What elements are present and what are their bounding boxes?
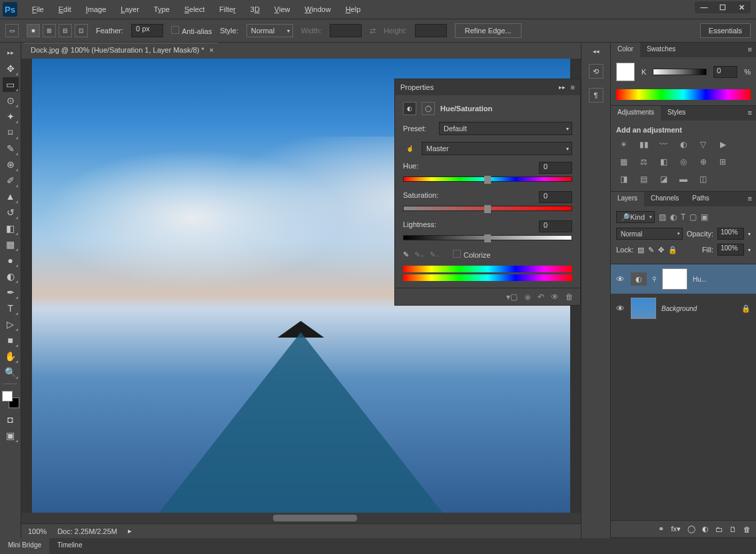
minimize-button[interactable]: —	[695, 1, 713, 13]
vibrance-icon[interactable]: ▽	[695, 138, 711, 151]
lasso-tool[interactable]: ⊙	[3, 93, 19, 108]
tab-layers[interactable]: Layers	[611, 192, 644, 206]
fill-menu-icon[interactable]: ▾	[748, 247, 751, 253]
doc-info-menu-icon[interactable]: ▸	[128, 527, 132, 535]
curves-icon[interactable]: 〰	[655, 138, 671, 151]
hue-sat-icon[interactable]: ▦	[616, 155, 632, 168]
lock-pixels-icon[interactable]: ✎	[648, 246, 654, 254]
posterize-icon[interactable]: ▤	[636, 172, 652, 186]
move-tool[interactable]: ✥	[3, 61, 19, 76]
fill-input[interactable]: 100%	[717, 244, 744, 256]
menu-view[interactable]: View	[268, 3, 297, 16]
tab-paths[interactable]: Paths	[685, 192, 716, 206]
pen-tool[interactable]: ✒	[3, 285, 19, 300]
gradient-tool[interactable]: ▦	[3, 237, 19, 252]
tab-channels[interactable]: Channels	[644, 192, 685, 206]
color-swatch[interactable]	[616, 63, 635, 81]
lock-transparent-icon[interactable]: ▨	[637, 246, 644, 254]
menu-image[interactable]: Image	[79, 3, 113, 16]
channel-mixer-icon[interactable]: ⊕	[695, 155, 711, 168]
marquee-tool-preset-icon[interactable]: ▭	[5, 24, 19, 37]
lock-position-icon[interactable]: ✥	[658, 246, 664, 254]
shape-tool[interactable]: ■	[3, 333, 19, 348]
history-dock-icon[interactable]: ⟲	[589, 64, 603, 79]
clone-stamp-tool[interactable]: ▲	[3, 189, 19, 204]
k-input[interactable]: 0	[713, 66, 737, 78]
canvas-area[interactable]: Properties ▸▸ ≡ ◐ ◯ Hue/Saturation Prese…	[21, 59, 581, 513]
new-layer-icon[interactable]: 🗋	[729, 525, 737, 533]
tab-adjustments[interactable]: Adjustments	[611, 106, 661, 121]
add-mask-icon[interactable]: ◯	[687, 525, 695, 533]
filter-smart-icon[interactable]: ▣	[701, 210, 708, 224]
workspace-preset-button[interactable]: Essentials	[700, 23, 751, 38]
type-tool[interactable]: T	[3, 301, 19, 316]
menu-3d[interactable]: 3D	[244, 3, 266, 16]
close-tab-icon[interactable]: ×	[209, 46, 213, 54]
link-layers-icon[interactable]: ⚭	[658, 525, 664, 533]
menu-layer[interactable]: Layer	[114, 3, 146, 16]
menu-select[interactable]: Select	[178, 3, 212, 16]
delete-icon[interactable]: 🗑	[566, 292, 573, 302]
opacity-input[interactable]: 100%	[717, 228, 744, 240]
delete-layer-icon[interactable]: 🗑	[743, 525, 751, 533]
visibility-icon[interactable]: 👁	[551, 292, 559, 302]
invert-icon[interactable]: ◨	[616, 172, 632, 186]
tab-color[interactable]: Color	[611, 43, 640, 57]
layer-mask-thumb[interactable]	[662, 268, 687, 290]
menu-window[interactable]: Window	[298, 3, 338, 16]
eyedropper-icon[interactable]: ✎	[403, 250, 409, 259]
k-slider[interactable]	[653, 69, 707, 75]
document-tab[interactable]: Dock.jpg @ 100% (Hue/Saturation 1, Layer…	[24, 43, 218, 59]
saturation-input[interactable]: 0	[539, 191, 572, 203]
brush-tool[interactable]: ✐	[3, 173, 19, 188]
foreground-background-colors[interactable]	[2, 391, 19, 408]
zoom-tool[interactable]: 🔍	[3, 365, 19, 380]
color-balance-icon[interactable]: ⚖	[636, 155, 652, 168]
arrow-icon[interactable]: ▶	[715, 138, 731, 151]
magic-wand-tool[interactable]: ✦	[3, 109, 19, 124]
gradient-map-icon[interactable]: ▬	[675, 172, 691, 186]
clip-to-layer-icon[interactable]: ▾▢	[506, 292, 518, 302]
blend-mode-select[interactable]: Normal	[616, 228, 683, 240]
photo-filter-icon[interactable]: ◎	[675, 155, 691, 168]
close-button[interactable]: ✕	[732, 1, 751, 13]
zoom-level[interactable]: 100%	[28, 527, 47, 535]
levels-icon[interactable]: ▮▮	[636, 138, 652, 151]
expand-dock-icon[interactable]: ◂◂	[593, 48, 599, 55]
menu-file[interactable]: File	[25, 3, 51, 16]
channel-select[interactable]: Master	[422, 142, 572, 155]
filter-pixel-icon[interactable]: ▨	[659, 210, 666, 224]
saturation-slider[interactable]	[403, 206, 572, 211]
filter-shape-icon[interactable]: ▢	[689, 210, 697, 224]
colorize-checkbox[interactable]: Colorize	[453, 250, 490, 259]
panel-menu-icon[interactable]: ≡	[744, 106, 756, 121]
crop-tool[interactable]: ⌑	[3, 125, 19, 140]
new-fill-adjust-icon[interactable]: ◐	[702, 525, 709, 533]
selection-intersect-icon[interactable]: ⊡	[75, 24, 88, 37]
maximize-button[interactable]: ☐	[713, 1, 732, 13]
menu-filter[interactable]: Filter	[212, 3, 242, 16]
menu-help[interactable]: Help	[339, 3, 368, 16]
dodge-tool[interactable]: ◐	[3, 269, 19, 284]
properties-panel-title[interactable]: Properties ▸▸ ≡	[395, 79, 580, 95]
filter-type-icon[interactable]: T	[681, 210, 685, 224]
history-brush-tool[interactable]: ↺	[3, 205, 19, 220]
eraser-tool[interactable]: ◧	[3, 221, 19, 236]
threshold-icon[interactable]: ◪	[655, 172, 671, 186]
tab-styles[interactable]: Styles	[661, 106, 692, 121]
new-group-icon[interactable]: 🗀	[715, 525, 723, 533]
lightness-input[interactable]: 0	[539, 220, 572, 232]
opacity-menu-icon[interactable]: ▾	[748, 231, 751, 237]
tab-swatches[interactable]: Swatches	[640, 43, 682, 57]
panel-menu-icon[interactable]: ≡	[744, 43, 756, 57]
layer-name[interactable]: Background	[661, 305, 697, 312]
tab-mini-bridge[interactable]: Mini Bridge	[0, 538, 49, 554]
reset-icon[interactable]: ↶	[538, 292, 544, 302]
layer-row[interactable]: 👁 Background 🔒	[611, 294, 756, 323]
layer-filter-select[interactable]: 🔎 Kind	[616, 211, 655, 223]
exposure-icon[interactable]: ◐	[675, 138, 691, 151]
collapse-panel-icon[interactable]: ▸▸	[559, 84, 566, 91]
eyedropper-tool[interactable]: ✎	[3, 141, 19, 156]
preset-select[interactable]: Default	[439, 122, 572, 135]
layer-thumb[interactable]	[631, 298, 656, 319]
